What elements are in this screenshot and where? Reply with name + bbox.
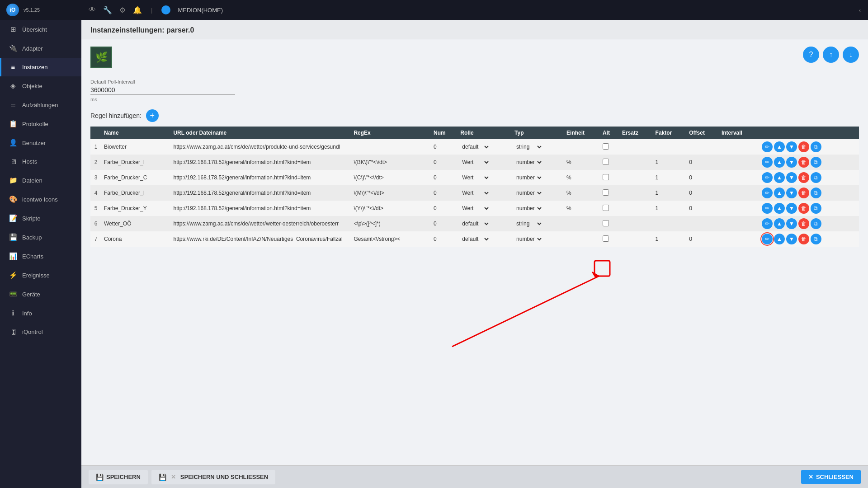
sidebar-item-geraete[interactable]: 📟 Geräte xyxy=(0,285,81,304)
delete-button[interactable]: 🗑 xyxy=(798,188,809,198)
move-down-button[interactable]: ▼ xyxy=(786,157,797,168)
sidebar-item-objekte[interactable]: ◈ Objekte xyxy=(0,76,81,95)
rolle-select[interactable]: defaultWertindicatorlevel xyxy=(460,235,490,243)
upload-button[interactable]: ↑ xyxy=(823,47,839,63)
typ-select[interactable]: stringnumberboolean xyxy=(514,220,543,227)
rolle-select[interactable]: defaultWertindicatorlevel xyxy=(460,174,490,181)
sidebar-item-dateien[interactable]: 📁 Dateien xyxy=(0,171,81,190)
move-up-button[interactable]: ▲ xyxy=(774,234,785,244)
edit-button[interactable]: ✏ xyxy=(762,188,773,198)
edit-button[interactable]: ✏ xyxy=(762,141,773,152)
add-rule-button[interactable]: + xyxy=(146,109,159,122)
help-button[interactable]: ? xyxy=(803,47,819,63)
typ-select[interactable]: stringnumberboolean xyxy=(514,143,543,150)
move-up-button[interactable]: ▲ xyxy=(774,203,785,214)
typ-select[interactable]: stringnumberboolean xyxy=(514,235,543,243)
move-down-button[interactable]: ▼ xyxy=(786,188,797,198)
copy-button[interactable]: ⧉ xyxy=(811,218,821,229)
move-up-button[interactable]: ▲ xyxy=(774,141,785,152)
row-alt[interactable] xyxy=(600,170,619,185)
row-rolle[interactable]: defaultWertindicatorlevel xyxy=(458,216,512,231)
alt-checkbox[interactable] xyxy=(603,159,609,165)
alt-checkbox[interactable] xyxy=(603,235,609,242)
alt-checkbox[interactable] xyxy=(603,143,609,150)
rolle-select[interactable]: defaultWertindicatorlevel xyxy=(460,143,490,150)
edit-button[interactable]: ✏ xyxy=(762,234,773,244)
alt-checkbox[interactable] xyxy=(603,174,609,180)
copy-button[interactable]: ⧉ xyxy=(811,157,821,168)
delete-button[interactable]: 🗑 xyxy=(798,203,809,214)
row-alt[interactable] xyxy=(600,231,619,247)
download-button[interactable]: ↓ xyxy=(843,47,859,63)
topbar-collapse-icon[interactable]: ‹ xyxy=(859,7,861,14)
move-up-button[interactable]: ▲ xyxy=(774,172,785,183)
row-typ[interactable]: stringnumberboolean xyxy=(512,216,564,231)
edit-button[interactable]: ✏ xyxy=(762,157,773,168)
copy-button[interactable]: ⧉ xyxy=(811,234,821,244)
copy-button[interactable]: ⧉ xyxy=(811,172,821,183)
topbar-eye-icon[interactable]: 👁 xyxy=(89,6,96,14)
alt-checkbox[interactable] xyxy=(603,205,609,211)
edit-button[interactable]: ✏ xyxy=(762,203,773,214)
row-alt[interactable] xyxy=(600,139,619,155)
move-down-button[interactable]: ▼ xyxy=(786,172,797,183)
edit-button[interactable]: ✏ xyxy=(762,218,773,229)
move-up-button[interactable]: ▲ xyxy=(774,218,785,229)
copy-button[interactable]: ⧉ xyxy=(811,141,821,152)
row-typ[interactable]: stringnumberboolean xyxy=(512,170,564,185)
alt-checkbox[interactable] xyxy=(603,220,609,226)
save-button[interactable]: 💾 SPEICHERN xyxy=(89,470,148,484)
delete-button[interactable]: 🗑 xyxy=(798,172,809,183)
sidebar-item-protokolle[interactable]: 📋 Protokolle xyxy=(0,114,81,133)
row-typ[interactable]: stringnumberboolean xyxy=(512,155,564,170)
topbar-bell-icon[interactable]: 🔔 xyxy=(133,6,142,14)
row-alt[interactable] xyxy=(600,185,619,201)
sidebar-item-skripte[interactable]: 📝 Skripte xyxy=(0,209,81,228)
copy-button[interactable]: ⧉ xyxy=(811,203,821,214)
rolle-select[interactable]: defaultWertindicatorlevel xyxy=(460,159,490,166)
sidebar-item-backup[interactable]: 💾 Backup xyxy=(0,228,81,247)
row-rolle[interactable]: defaultWertindicatorlevel xyxy=(458,139,512,155)
move-up-button[interactable]: ▲ xyxy=(774,188,785,198)
rolle-select[interactable]: defaultWertindicatorlevel xyxy=(460,220,490,227)
save-close-button[interactable]: 💾 ✕ SPEICHERN UND SCHLIESSEN xyxy=(151,470,275,484)
sidebar-item-uebersicht[interactable]: ⊞ Übersicht xyxy=(0,20,81,39)
move-down-button[interactable]: ▼ xyxy=(786,218,797,229)
typ-select[interactable]: stringnumberboolean xyxy=(514,159,543,166)
sidebar-item-benutzer[interactable]: 👤 Benutzer xyxy=(0,133,81,152)
sidebar-item-aufzaehlungen[interactable]: ≣ Aufzählungen xyxy=(0,95,81,114)
sidebar-item-icontwo[interactable]: 🎨 icontwo Icons xyxy=(0,190,81,209)
row-rolle[interactable]: defaultWertindicatorlevel xyxy=(458,155,512,170)
sidebar-item-adapter[interactable]: 🔌 Adapter xyxy=(0,39,81,58)
row-rolle[interactable]: defaultWertindicatorlevel xyxy=(458,201,512,216)
move-up-button[interactable]: ▲ xyxy=(774,157,785,168)
sidebar-item-instanzen[interactable]: ≡ Instanzen xyxy=(0,58,81,76)
close-button[interactable]: ✕ SCHLIESSEN xyxy=(801,470,861,484)
topbar-settings-icon[interactable]: ⚙ xyxy=(119,6,126,14)
delete-button[interactable]: 🗑 xyxy=(798,157,809,168)
row-alt[interactable] xyxy=(600,155,619,170)
row-typ[interactable]: stringnumberboolean xyxy=(512,231,564,247)
topbar-tool-icon[interactable]: 🔧 xyxy=(103,6,112,14)
row-typ[interactable]: stringnumberboolean xyxy=(512,139,564,155)
row-alt[interactable] xyxy=(600,216,619,231)
row-rolle[interactable]: defaultWertindicatorlevel xyxy=(458,185,512,201)
row-rolle[interactable]: defaultWertindicatorlevel xyxy=(458,231,512,247)
rolle-select[interactable]: defaultWertindicatorlevel xyxy=(460,189,490,197)
typ-select[interactable]: stringnumberboolean xyxy=(514,205,543,212)
row-alt[interactable] xyxy=(600,201,619,216)
sidebar-item-hosts[interactable]: 🖥 Hosts xyxy=(0,152,81,171)
row-typ[interactable]: stringnumberboolean xyxy=(512,201,564,216)
move-down-button[interactable]: ▼ xyxy=(786,141,797,152)
typ-select[interactable]: stringnumberboolean xyxy=(514,189,543,197)
edit-button[interactable]: ✏ xyxy=(762,172,773,183)
sidebar-item-info[interactable]: ℹ Info xyxy=(0,304,81,323)
move-down-button[interactable]: ▼ xyxy=(786,203,797,214)
rolle-select[interactable]: defaultWertindicatorlevel xyxy=(460,205,490,212)
alt-checkbox[interactable] xyxy=(603,189,609,196)
sidebar-item-ereignisse[interactable]: ⚡ Ereignisse xyxy=(0,266,81,285)
delete-button[interactable]: 🗑 xyxy=(798,218,809,229)
move-down-button[interactable]: ▼ xyxy=(786,234,797,244)
sidebar-item-echarts[interactable]: 📊 ECharts xyxy=(0,247,81,266)
delete-button[interactable]: 🗑 xyxy=(798,141,809,152)
